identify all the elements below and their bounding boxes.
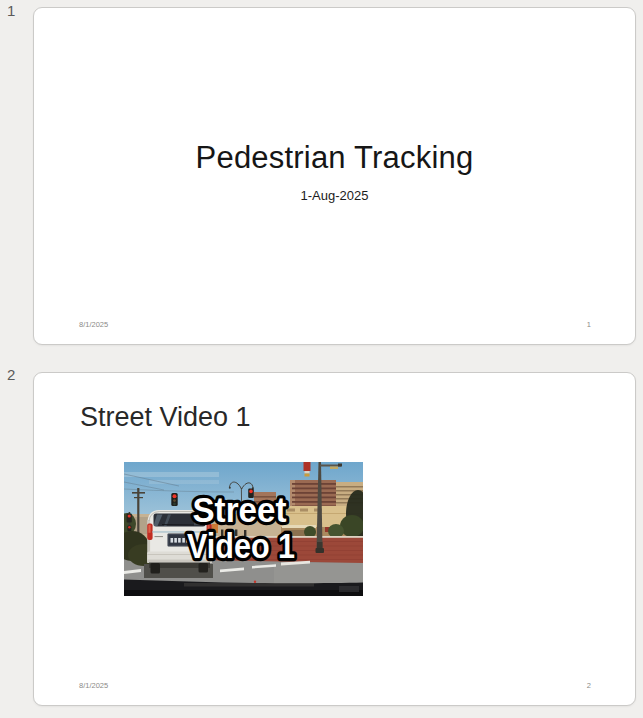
overlay-line-1: Street xyxy=(193,490,287,529)
street-scene-image: Street Video 1 xyxy=(124,462,363,596)
slide2-page-number: 2 xyxy=(587,681,591,690)
slide-index-label-1: 1 xyxy=(7,2,29,19)
slide1-title: Pedestrian Tracking xyxy=(34,141,635,175)
slide2-title: Street Video 1 xyxy=(80,403,251,433)
slide1-footer-date: 8/1/2025 xyxy=(79,320,108,329)
overlay-line-2: Video 1 xyxy=(187,526,295,565)
street-video-thumbnail[interactable]: Street Video 1 xyxy=(124,462,363,596)
slide-preview-pane: 1 Pedestrian Tracking 1-Aug-2025 8/1/202… xyxy=(0,0,643,718)
slide-thumbnail-2[interactable]: Street Video 1 xyxy=(33,372,636,706)
slide-thumbnail-1[interactable]: Pedestrian Tracking 1-Aug-2025 8/1/2025 … xyxy=(33,7,636,345)
slide-index-label-2: 2 xyxy=(7,366,29,383)
video-overlay-text: Street Video 1 xyxy=(187,490,295,565)
slide1-page-number: 1 xyxy=(587,320,591,329)
slide1-subtitle: 1-Aug-2025 xyxy=(34,188,635,203)
slide2-footer-date: 8/1/2025 xyxy=(79,681,108,690)
